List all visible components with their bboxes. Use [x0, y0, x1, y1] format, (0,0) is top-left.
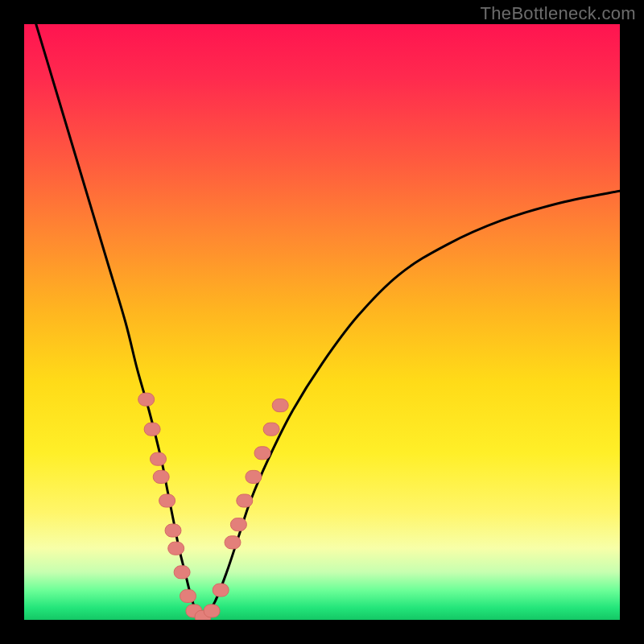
chart-stage: TheBottleneck.com: [0, 0, 644, 644]
plot-area: [24, 24, 620, 620]
watermark-text: TheBottleneck.com: [481, 3, 636, 24]
